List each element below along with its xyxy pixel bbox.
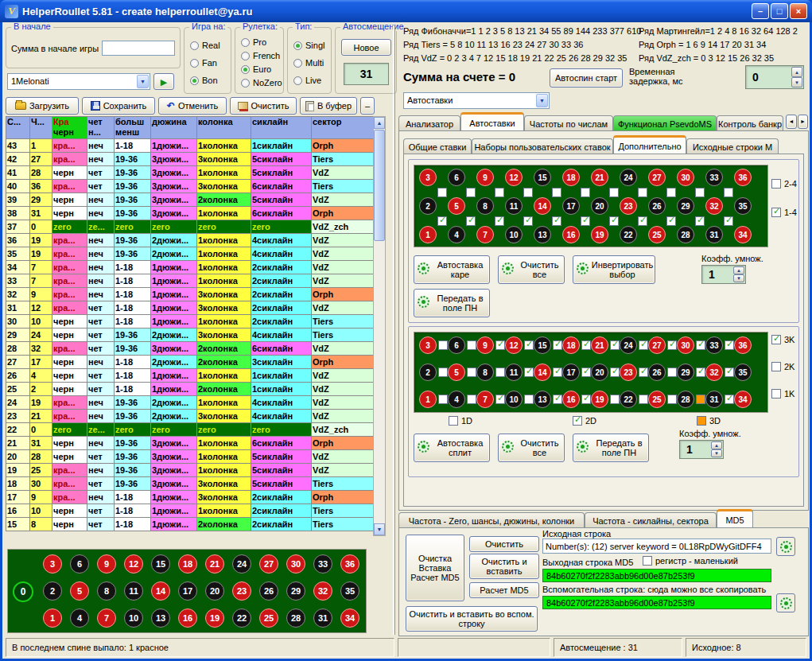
kare-corner-checkbox[interactable] [609,188,619,197]
kare-number-11[interactable]: 11 [505,197,523,215]
radio-euro-dot[interactable] [241,65,250,74]
kare-number-25[interactable]: 25 [648,226,666,243]
layout-number-7[interactable]: 7 [97,609,116,628]
split-number-5[interactable]: 5 [448,364,465,381]
md5-source-input[interactable] [542,539,771,554]
kare-number-19[interactable]: 19 [591,226,608,243]
split-number-32[interactable]: 32 [705,364,723,381]
tab-frequencies[interactable]: Частоты по числам [524,115,613,131]
case-checkbox[interactable] [643,556,652,566]
delay-spinner[interactable]: 0 ▲ ▼ [745,65,804,89]
radio-pro[interactable]: Pro [241,37,266,47]
split-checkbox[interactable] [438,340,448,350]
kare-corner-checkbox[interactable] [695,216,705,226]
split-checkbox[interactable] [725,395,734,404]
kare-number-23[interactable]: 23 [620,197,637,215]
panel-splitter[interactable] [393,25,395,635]
split-number-6[interactable]: 6 [448,336,465,354]
table-row[interactable]: 2321кра...неч19-362дюжи...3колонка4сикла… [6,410,374,423]
tab-user-bets[interactable]: Наборы пользовательских ставок [472,138,613,154]
split-number-19[interactable]: 19 [591,391,608,408]
layout-number-32[interactable]: 32 [313,581,332,601]
split-checkbox[interactable] [467,340,476,350]
table-row[interactable]: 3519кра...неч19-362дюжи...1колонка4сикла… [6,247,374,261]
restore-button[interactable]: □ [771,3,788,19]
split-number-27[interactable]: 27 [648,336,666,354]
layout-number-11[interactable]: 11 [124,581,143,601]
layout-number-29[interactable]: 29 [286,581,305,601]
split-clear-all-button[interactable]: Очистить все [498,434,565,462]
kare-corner-checkbox[interactable] [724,216,733,226]
split-number-35[interactable]: 35 [734,364,752,381]
split-side-checkbox[interactable] [771,335,781,344]
kare-number-20[interactable]: 20 [591,197,608,215]
radio-bon[interactable]: Bon [190,76,218,85]
kare-number-31[interactable]: 31 [705,226,723,243]
kare-koeff-up-icon[interactable]: ▲ [733,266,744,274]
header-parity[interactable]: четн... [87,117,115,139]
header-color[interactable]: Крачерн [52,117,87,139]
split-number-36[interactable]: 36 [734,336,752,354]
kare-side-checkbox[interactable] [771,208,781,217]
table-row[interactable]: 3831черннеч19-363дюжи...1колонка6сиклайн… [6,207,374,220]
radio-bon-dot[interactable] [190,76,199,85]
kare-number-34[interactable]: 34 [734,226,752,243]
table-row[interactable]: 1925кра...неч19-363дюжи...1колонка5сикла… [6,464,374,477]
split-checkbox[interactable] [495,367,505,377]
kare-corner-checkbox[interactable] [581,216,590,226]
layout-number-35[interactable]: 35 [340,581,359,601]
autobet-kare-button[interactable]: Автоставка каре [414,255,490,284]
kare-koeff-spinner[interactable]: 1 ▲ ▼ [701,265,746,284]
scroll-up-icon[interactable]: ▲ [374,117,385,129]
radio-multi[interactable]: Multi [293,58,324,68]
table-row[interactable]: 347кра...неч1-181дюжи...1колонка2сиклайн… [6,261,374,274]
table-row[interactable]: 4227кра...неч19-363дюжи...3колонка5сикла… [6,153,374,166]
split-number-29[interactable]: 29 [677,364,694,381]
kare-corner-checkbox[interactable] [724,188,733,197]
table-row[interactable]: 1610чернчет1-181дюжи...1колонка2сиклайнT… [6,504,374,518]
table-row[interactable]: 2131черннеч19-363дюжи...1колонка6сиклайн… [6,437,374,450]
split-checkbox[interactable] [467,367,476,377]
kare-corner-checkbox[interactable] [466,188,476,197]
header-range[interactable]: большменш [115,117,151,139]
tab-scroll-right[interactable]: ► [798,115,808,129]
tab-psevdoms[interactable]: Функционал PsevdoMS [613,115,717,131]
kare-number-2[interactable]: 2 [419,197,437,215]
layout-number-26[interactable]: 26 [259,581,278,601]
layout-number-0[interactable]: 0 [13,581,33,602]
autobet-split-button[interactable]: Автоставка сплит [414,434,490,462]
split-checkbox[interactable] [639,340,648,350]
tab-common-bets[interactable]: Общие ставки [403,138,472,154]
radio-multi-dot[interactable] [293,59,302,68]
split-checkbox[interactable] [581,395,591,404]
title-bar[interactable]: V HelperRoullet 5.81 - create helperroul… [0,0,812,22]
layout-number-2[interactable]: 2 [43,581,62,601]
tab-analyzer[interactable]: Анализатор [398,115,460,131]
table-row[interactable]: 3112кра...чет1-181дюжи...3колонка2сиклай… [6,301,374,315]
split-number-22[interactable]: 22 [620,391,637,408]
kare-number-13[interactable]: 13 [534,226,551,243]
split-number-13[interactable]: 13 [534,391,551,408]
split-koeff-down-icon[interactable]: ▼ [711,449,722,457]
kare-side-checkbox[interactable] [771,179,781,189]
table-row[interactable]: 2924чернчет19-362дюжи...3колонка4сиклайн… [6,329,374,342]
kare-number-9[interactable]: 9 [476,169,494,186]
split-number-34[interactable]: 34 [734,391,752,408]
split-number-26[interactable]: 26 [648,364,666,381]
layout-number-9[interactable]: 9 [97,554,116,574]
layout-number-25[interactable]: 25 [259,609,278,628]
split-checkbox[interactable] [524,395,534,404]
split-koeff-up-icon[interactable]: ▲ [711,441,722,449]
split-number-2[interactable]: 2 [419,364,437,381]
kare-corner-checkbox[interactable] [552,188,561,197]
kare-number-16[interactable]: 16 [562,226,580,243]
split-checkbox[interactable] [581,340,591,350]
clear-button[interactable]: Очистить [230,97,297,115]
split-number-10[interactable]: 10 [505,391,523,408]
layout-number-18[interactable]: 18 [178,554,197,574]
layout-number-10[interactable]: 10 [124,609,143,628]
layout-number-19[interactable]: 19 [205,609,224,628]
table-row[interactable]: 431кра...неч1-181дюжи...1колонка1сиклайн… [6,139,374,153]
dim-checkbox[interactable] [449,416,458,426]
radio-french[interactable]: French [241,51,280,60]
